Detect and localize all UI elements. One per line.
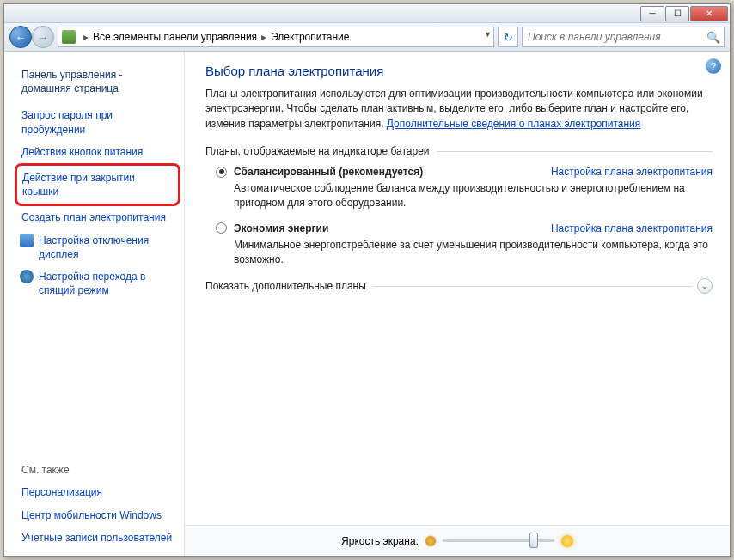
expand-icon[interactable]: ⌄ (697, 278, 713, 294)
chevron-right-icon: ▸ (81, 31, 91, 43)
breadcrumb-item[interactable]: Все элементы панели управления (93, 31, 257, 43)
configure-plan-link[interactable]: Настройка плана электропитания (551, 222, 713, 234)
plan-name[interactable]: Сбалансированный (рекомендуется) (234, 166, 423, 178)
minimize-button[interactable]: ─ (640, 6, 664, 21)
help-icon[interactable]: ? (706, 58, 721, 74)
radio-power-saver[interactable] (216, 222, 227, 234)
forward-button[interactable]: → (32, 26, 54, 48)
breadcrumb-dropdown-icon[interactable]: ▼ (484, 30, 492, 39)
group-additional-plans[interactable]: Показать дополнительные планы ⌄ (205, 278, 713, 294)
maximize-button[interactable]: ☐ (665, 6, 689, 21)
back-button[interactable]: ← (9, 26, 32, 48)
brightness-label: Яркость экрана: (341, 535, 419, 547)
sidebar-link-password-on-wake[interactable]: Запрос пароля при пробуждении (20, 104, 175, 140)
sun-dim-icon (425, 536, 436, 546)
address-bar: ← → ▸ Все элементы панели управления ▸ Э… (4, 23, 730, 52)
search-input[interactable] (523, 29, 724, 45)
power-icon (20, 270, 34, 283)
main-content: ? Выбор плана электропитания Планы элект… (185, 52, 730, 556)
monitor-icon (20, 234, 34, 247)
see-also-header: См. также (20, 459, 175, 481)
titlebar: ─ ☐ ✕ (4, 4, 730, 23)
sidebar-link-sleep[interactable]: Настройка перехода в спящий режим (20, 265, 175, 301)
brightness-bar: Яркость экрана: (185, 525, 730, 556)
learn-more-link[interactable]: Дополнительные сведения о планах электро… (387, 118, 640, 130)
control-panel-window: ─ ☐ ✕ ← → ▸ Все элементы панели управлен… (3, 3, 731, 557)
plan-balanced: Сбалансированный (рекомендуется) Настрой… (216, 166, 713, 210)
chevron-right-icon: ▸ (259, 31, 269, 43)
page-title: Выбор плана электропитания (205, 64, 713, 78)
battery-icon (62, 30, 76, 44)
sidebar-link-display-off[interactable]: Настройка отключения дисплея (20, 229, 175, 265)
plan-description: Минимальное энергопотребление за счет ум… (234, 238, 713, 267)
seealso-user-accounts[interactable]: Учетные записи пользователей (20, 527, 175, 549)
brightness-slider[interactable] (443, 539, 554, 542)
control-panel-home-link[interactable]: Панель управления - домашняя страница (20, 64, 175, 104)
seealso-mobility-center[interactable]: Центр мобильности Windows (20, 504, 175, 527)
refresh-button[interactable]: ↻ (498, 27, 518, 47)
search-box[interactable]: 🔍 (522, 27, 725, 47)
sidebar: Панель управления - домашняя страница За… (4, 52, 185, 556)
sidebar-link-create-plan[interactable]: Создать план электропитания (20, 206, 175, 228)
plan-power-saver: Экономия энергии Настройка плана электро… (216, 222, 713, 267)
group-battery-plans: Планы, отображаемые на индикаторе батаре… (205, 145, 713, 157)
breadcrumb[interactable]: ▸ Все элементы панели управления ▸ Элект… (58, 27, 494, 47)
configure-plan-link[interactable]: Настройка плана электропитания (551, 166, 713, 178)
brightness-thumb[interactable] (529, 533, 538, 548)
breadcrumb-item[interactable]: Электропитание (271, 31, 349, 43)
sidebar-link-power-buttons[interactable]: Действия кнопок питания (20, 141, 175, 163)
intro-text: Планы электропитания используются для оп… (205, 87, 713, 131)
radio-balanced[interactable] (216, 167, 227, 178)
close-button[interactable]: ✕ (690, 6, 728, 21)
sidebar-link-lid-close[interactable]: Действие при закрытии крышки (15, 163, 180, 206)
seealso-personalization[interactable]: Персонализация (20, 481, 175, 503)
plan-description: Автоматическое соблюдение баланса между … (234, 181, 713, 210)
plan-name[interactable]: Экономия энергии (234, 222, 328, 234)
sun-bright-icon (561, 535, 573, 547)
search-icon[interactable]: 🔍 (706, 31, 720, 44)
